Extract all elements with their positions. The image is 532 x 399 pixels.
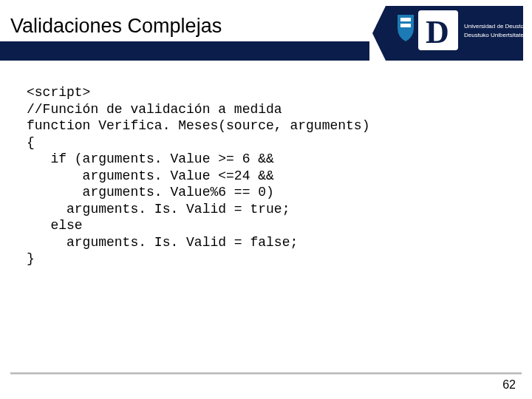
code-snippet: <script> //Función de validación a medid… (27, 84, 369, 267)
svg-rect-3 (400, 24, 411, 27)
header-stripe (0, 41, 369, 61)
brand-bottom: Deustuko Unibertsitatea (464, 32, 523, 38)
header: Validaciones Complejas D Universidad de … (0, 4, 532, 56)
svg-rect-2 (400, 18, 411, 21)
footer-divider (10, 372, 522, 374)
page-title: Validaciones Complejas (10, 15, 222, 38)
slide: Validaciones Complejas D Universidad de … (0, 0, 532, 399)
university-logo: D Universidad de Deusto Deustuko Unibert… (372, 6, 523, 61)
brand-top: Universidad de Deusto (464, 23, 523, 30)
page-number: 62 (502, 378, 516, 392)
svg-text:D: D (426, 14, 449, 50)
